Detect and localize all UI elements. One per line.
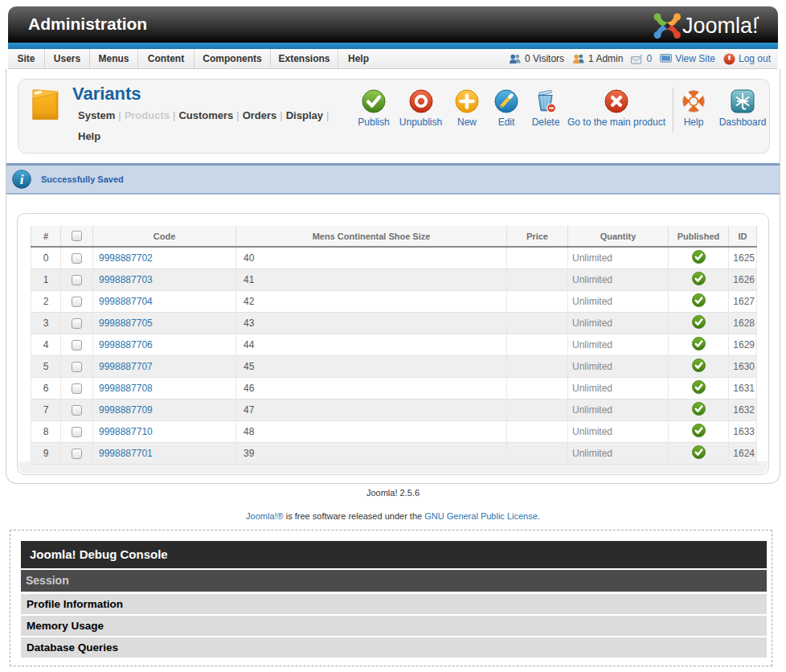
svg-text:Joomla!: Joomla! [682, 14, 759, 38]
svg-text:i: i [20, 172, 24, 187]
